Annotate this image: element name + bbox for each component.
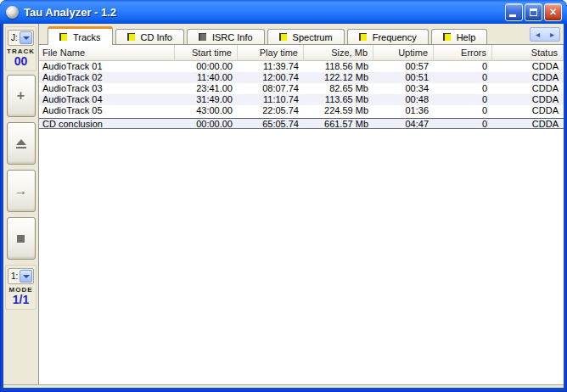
table-row[interactable]: AudioTrack 03 23:41.00 08:07.74 82.65 Mb… <box>39 83 564 94</box>
cell-errors: 0 <box>434 94 492 105</box>
cell-play-time: 12:00.74 <box>238 72 304 83</box>
window-title: Tau Analyzer - 1.2 <box>24 6 505 19</box>
column-header-start-time[interactable]: Start time <box>175 45 238 61</box>
drive-dropdown-button[interactable] <box>20 31 32 44</box>
cell-file-name: AudioTrack 01 <box>39 61 175 72</box>
cell-play-time: 22:05.74 <box>238 105 304 116</box>
table-row[interactable]: AudioTrack 04 31:49.00 11:10.74 113.65 M… <box>39 94 564 105</box>
column-header-errors[interactable]: Errors <box>434 45 492 61</box>
cell-start-time: 11:40.00 <box>175 72 238 83</box>
app-icon <box>6 6 19 19</box>
table-header: File Name Start time Play time Size, Mb … <box>39 45 564 61</box>
mode-group: 1: MODE 1/1 <box>5 265 36 310</box>
column-header-uptime[interactable]: Uptime <box>373 45 434 61</box>
table-row[interactable]: AudioTrack 01 00:00.00 11:39.74 118.56 M… <box>39 61 564 72</box>
scroll-left-icon[interactable]: ◂ <box>536 31 540 39</box>
chevron-down-icon <box>23 36 30 40</box>
add-button[interactable]: + <box>7 75 36 117</box>
cell-size: 122.12 Mb <box>304 72 373 83</box>
close-icon: × <box>545 4 561 20</box>
cell-uptime: 01:36 <box>373 105 434 116</box>
cell-size: 118.56 Mb <box>304 61 373 72</box>
title-bar[interactable]: Tau Analyzer - 1.2 × <box>0 0 567 24</box>
tab-tracks[interactable]: Tracks <box>48 26 113 45</box>
scroll-right-icon[interactable]: ▸ <box>550 31 554 39</box>
tab-label: Frequency <box>373 32 417 42</box>
stop-icon <box>17 235 25 243</box>
tab-label: Spectrum <box>293 32 333 42</box>
tab-label: Tracks <box>73 32 101 42</box>
flag-icon <box>443 33 451 41</box>
flag-icon <box>199 33 206 41</box>
cell-start-time: 31:49.00 <box>175 94 238 105</box>
cell-uptime: 00:48 <box>373 94 434 105</box>
stop-button[interactable] <box>7 217 36 260</box>
tab-spectrum[interactable]: Spectrum <box>267 29 345 44</box>
track-group: J: TRACK 00 <box>5 26 36 71</box>
plus-icon: + <box>17 89 25 103</box>
column-header-play-time[interactable]: Play time <box>238 45 304 61</box>
cell-play-time: 11:10.74 <box>238 94 304 105</box>
tab-isrc-info[interactable]: ISRC Info <box>187 29 265 44</box>
flag-icon <box>279 33 287 41</box>
flag-icon <box>127 33 135 41</box>
cell-errors: 0 <box>434 105 492 116</box>
cell-status: CDDA <box>492 119 564 128</box>
column-header-status[interactable]: Status <box>492 45 564 61</box>
cell-status: CDDA <box>492 94 564 105</box>
table-row[interactable]: AudioTrack 05 43:00.00 22:05.74 224.59 M… <box>39 105 564 116</box>
cell-uptime: 00:57 <box>373 61 434 72</box>
close-button[interactable]: × <box>544 3 562 21</box>
eject-icon <box>16 139 26 148</box>
tab-label: Help <box>457 32 476 42</box>
cell-file-name: AudioTrack 02 <box>39 72 175 83</box>
summary-row[interactable]: CD conclusion 00:00.00 65:05.74 661.57 M… <box>39 118 564 129</box>
cell-file-name: AudioTrack 04 <box>39 94 175 105</box>
cell-size: 661.57 Mb <box>304 119 373 128</box>
cell-size: 82.65 Mb <box>304 83 373 94</box>
mode-value: 1/1 <box>7 294 35 306</box>
cell-file-name: AudioTrack 05 <box>39 105 175 116</box>
cell-status: CDDA <box>492 61 564 72</box>
cell-uptime: 00:51 <box>373 72 434 83</box>
cell-start-time: 00:00.00 <box>175 119 238 128</box>
tab-frequency[interactable]: Frequency <box>347 29 429 44</box>
maximize-button[interactable] <box>525 3 542 21</box>
cell-errors: 0 <box>434 83 492 94</box>
cell-size: 113.65 Mb <box>304 94 373 105</box>
cell-play-time: 11:39.74 <box>238 61 304 72</box>
drive-selector[interactable]: J: <box>8 30 34 46</box>
cell-size: 224.59 Mb <box>304 105 373 116</box>
chevron-down-icon <box>23 275 30 278</box>
tab-help[interactable]: Help <box>431 29 488 44</box>
app-window: Tau Analyzer - 1.2 × J: TRACK 00 + <box>0 0 567 392</box>
minimize-button[interactable] <box>505 3 523 21</box>
mode-selector-value: 1: <box>11 272 18 281</box>
drive-selector-value: J: <box>11 33 18 42</box>
table-row[interactable]: AudioTrack 02 11:40.00 12:00.74 122.12 M… <box>39 72 564 83</box>
cell-uptime: 04:47 <box>373 119 434 128</box>
mode-selector[interactable]: 1: <box>8 268 34 284</box>
flag-icon <box>59 33 67 41</box>
tab-cd-info[interactable]: CD Info <box>115 29 184 44</box>
eject-button[interactable] <box>7 122 36 165</box>
cell-play-time: 65:05.74 <box>238 119 304 128</box>
cell-start-time: 00:00.00 <box>175 61 238 72</box>
sidebar: J: TRACK 00 + → 1: <box>3 24 39 384</box>
right-arrow-icon: → <box>14 184 28 198</box>
tab-label: CD Info <box>141 32 172 42</box>
maximize-icon <box>530 8 537 16</box>
cell-file-name: AudioTrack 03 <box>39 83 175 94</box>
track-table: File Name Start time Play time Size, Mb … <box>39 45 564 384</box>
column-header-file-name[interactable]: File Name <box>39 45 175 61</box>
minimize-icon <box>509 14 516 17</box>
track-value: 00 <box>7 55 35 68</box>
cell-errors: 0 <box>434 72 492 83</box>
cell-file-name: CD conclusion <box>39 119 175 128</box>
column-header-size[interactable]: Size, Mb <box>304 45 373 61</box>
go-button[interactable]: → <box>7 170 36 212</box>
tab-bar: Tracks CD Info ISRC Info Spectrum Freque… <box>39 24 564 45</box>
cell-status: CDDA <box>492 72 564 83</box>
mode-dropdown-button[interactable] <box>20 270 32 283</box>
cell-errors: 0 <box>434 61 492 72</box>
